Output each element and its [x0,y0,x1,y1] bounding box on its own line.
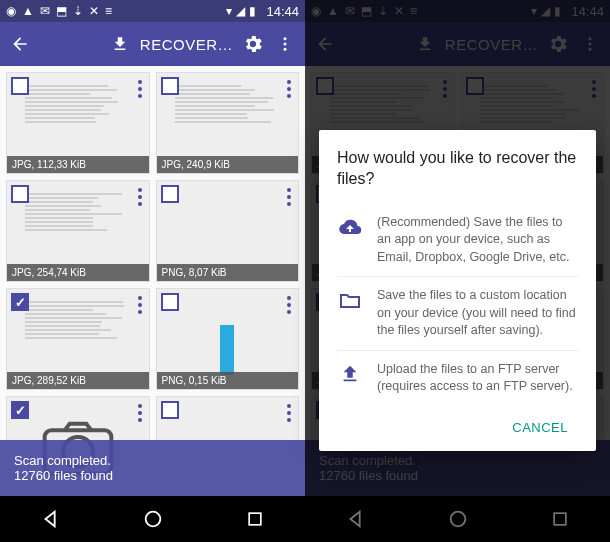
tile-overflow-icon[interactable] [284,401,294,425]
notif-icon: ≡ [105,4,112,18]
select-checkbox[interactable] [11,185,29,203]
select-checkbox[interactable] [11,293,29,311]
tile-overflow-icon[interactable] [135,293,145,317]
upload-icon [337,361,363,396]
tile-overflow-icon[interactable] [284,77,294,101]
signal-icon: ◢ [236,4,245,18]
nav-recent-button[interactable] [245,509,265,529]
recover-dialog: How would you like to recover the files?… [319,130,596,451]
cloud-upload-icon [337,214,363,267]
thumbnail-grid: JPG, 112,33 KiBJPG, 240,9 KiBJPG, 254,74… [0,66,305,496]
dialog-title: How would you like to recover the files? [337,148,578,190]
thumbnail-tile[interactable]: PNG, 8,07 KiB [156,180,300,282]
svg-point-1 [284,43,287,46]
file-info-label: PNG, 0,15 KiB [157,372,299,389]
option-text: Upload the files to an FTP server (requi… [377,361,578,396]
thumbnail-tile[interactable]: JPG, 254,74 KiB [6,180,150,282]
thumbnail-tile[interactable]: JPG, 112,33 KiB [6,72,150,174]
option-text: Save the files to a custom location on y… [377,287,578,340]
settings-button[interactable] [241,32,265,56]
scan-status-line1: Scan completed. [14,453,291,468]
option-save-to-app[interactable]: (Recommended) Save the files to an app o… [337,204,578,277]
notif-icon: ⬒ [56,4,67,18]
file-info-label: JPG, 254,74 KiB [7,264,149,281]
tile-overflow-icon[interactable] [135,77,145,101]
file-info-label: JPG, 112,33 KiB [7,156,149,173]
tile-overflow-icon[interactable] [135,185,145,209]
recover-button-label[interactable]: RECOVER… [140,36,233,53]
notif-icon: ▲ [22,4,34,18]
clock: 14:44 [266,4,299,19]
overflow-menu-button[interactable] [273,32,297,56]
notif-icon: ✕ [89,4,99,18]
svg-point-2 [284,48,287,51]
screen-dialog: ◉ ▲ ✉ ⬒ ⇣ ✕ ≡ ▾ ◢ ▮ 14:44 RECOVER… JPG, … [305,0,610,542]
thumbnail-tile[interactable]: JPG, 240,9 KiB [156,72,300,174]
back-button[interactable] [8,32,32,56]
select-checkbox[interactable] [161,77,179,95]
thumbnail-tile[interactable]: PNG, 0,15 KiB [156,288,300,390]
nav-home-button[interactable] [142,508,164,530]
file-info-label: PNG, 8,07 KiB [157,264,299,281]
status-bar: ◉ ▲ ✉ ⬒ ⇣ ✕ ≡ ▾ ◢ ▮ 14:44 [0,0,305,22]
svg-point-0 [284,37,287,40]
cancel-button[interactable]: CANCEL [502,412,578,443]
select-checkbox[interactable] [161,185,179,203]
notif-icon: ◉ [6,4,16,18]
file-info-label: JPG, 289,52 KiB [7,372,149,389]
nav-back-button[interactable] [40,508,62,530]
wifi-icon: ▾ [226,4,232,18]
file-info-label: JPG, 240,9 KiB [157,156,299,173]
download-icon[interactable] [108,32,132,56]
option-upload-ftp[interactable]: Upload the files to an FTP server (requi… [337,350,578,406]
app-bar: RECOVER… [0,22,305,66]
nav-bar [0,496,305,542]
option-text: (Recommended) Save the files to an app o… [377,214,578,267]
option-save-custom[interactable]: Save the files to a custom location on y… [337,276,578,350]
folder-icon [337,287,363,340]
battery-icon: ▮ [249,4,256,18]
notif-icon: ⇣ [73,4,83,18]
tile-overflow-icon[interactable] [135,401,145,425]
tile-overflow-icon[interactable] [284,185,294,209]
tile-overflow-icon[interactable] [284,293,294,317]
notif-icon: ✉ [40,4,50,18]
thumbnail-tile[interactable]: JPG, 289,52 KiB [6,288,150,390]
scan-status-line2: 12760 files found [14,468,291,483]
select-checkbox[interactable] [11,401,29,419]
select-checkbox[interactable] [161,293,179,311]
svg-point-5 [146,512,161,527]
screen-grid: ◉ ▲ ✉ ⬒ ⇣ ✕ ≡ ▾ ◢ ▮ 14:44 RECOVER… [0,0,305,542]
svg-rect-6 [249,513,261,525]
status-footer: Scan completed. 12760 files found [0,440,305,496]
select-checkbox[interactable] [11,77,29,95]
select-checkbox[interactable] [161,401,179,419]
